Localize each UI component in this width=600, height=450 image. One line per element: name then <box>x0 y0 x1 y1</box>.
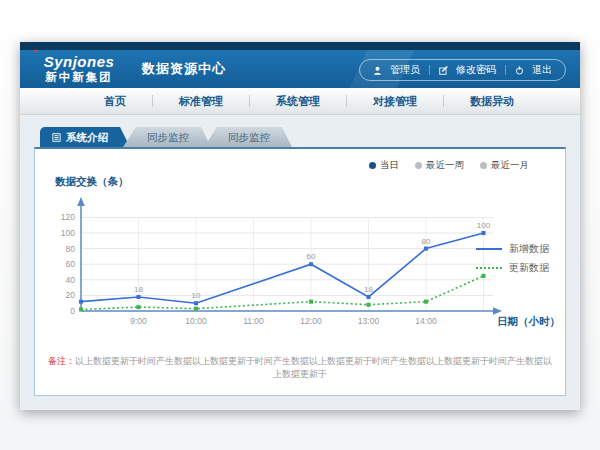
svg-text:0: 0 <box>70 306 75 316</box>
chart-panel: 当日 最近一周 最近一月 数据交换（条） 0204060801001209:00… <box>34 147 566 396</box>
filter-label-last-week: 最近一周 <box>426 159 464 172</box>
nav-item-system-management[interactable]: 系统管理 <box>250 94 346 109</box>
app-window: Synjones 新中新集团 数据资源中心 管理员 修改密码 <box>20 42 580 410</box>
page-background: Synjones 新中新集团 数据资源中心 管理员 修改密码 <box>0 0 600 450</box>
page-title: 数据资源中心 <box>142 60 226 78</box>
svg-text:18: 18 <box>364 285 373 294</box>
radio-icon <box>415 162 422 169</box>
company-logo: Synjones 新中新集团 <box>20 54 138 84</box>
tab-label: 同步监控 <box>147 127 189 147</box>
tab-bar: 系统介绍 同步监控 同步监控 <box>40 127 566 147</box>
power-icon <box>515 66 524 75</box>
nav-item-home[interactable]: 首页 <box>78 94 152 109</box>
filter-option-2[interactable]: 最近一月 <box>480 159 529 172</box>
nav-item-standard-management[interactable]: 标准管理 <box>153 94 249 109</box>
radio-icon <box>480 162 487 169</box>
filter-label-today: 当日 <box>380 159 399 172</box>
svg-text:80: 80 <box>422 237 431 246</box>
logout-button[interactable]: 退出 <box>506 63 561 77</box>
svg-text:12:00: 12:00 <box>300 316 322 326</box>
svg-text:10: 10 <box>192 291 201 300</box>
svg-text:60: 60 <box>307 252 316 261</box>
user-icon <box>373 66 382 75</box>
svg-text:60: 60 <box>66 259 76 269</box>
filter-label-last-month: 最近一月 <box>491 159 529 172</box>
change-password-button[interactable]: 修改密码 <box>430 63 505 77</box>
app-header: Synjones 新中新集团 数据资源中心 管理员 修改密码 <box>20 50 580 88</box>
solid-line-swatch <box>476 248 502 250</box>
legend-label: 更新数据 <box>509 261 549 275</box>
change-password-label: 修改密码 <box>456 63 496 77</box>
footnote: 备注：以上数据更新于时间产生数据以上数据更新于时间产生数据以上数据更新于时间产生… <box>47 355 553 380</box>
user-account-button[interactable]: 管理员 <box>364 63 429 77</box>
svg-text:100: 100 <box>477 221 491 230</box>
brand-red-dot <box>34 50 38 52</box>
svg-text:18: 18 <box>134 285 143 294</box>
chart-legend: 新增数据 更新数据 <box>476 237 549 280</box>
document-icon <box>52 133 61 142</box>
tab-sync-monitor-2[interactable]: 同步监控 <box>204 127 292 147</box>
brand-subtitle: 新中新集团 <box>20 72 138 84</box>
svg-text:14:00: 14:00 <box>415 316 437 326</box>
nav-item-data-change[interactable]: 数据异动 <box>444 94 540 109</box>
edit-icon <box>439 66 448 75</box>
tab-label: 同步监控 <box>228 127 270 147</box>
dotted-line-swatch <box>476 267 502 269</box>
svg-text:11:00: 11:00 <box>243 316 264 326</box>
filter-option-0[interactable]: 当日 <box>369 159 399 172</box>
svg-text:13:00: 13:00 <box>358 316 380 326</box>
user-menu: 管理员 修改密码 退出 <box>359 59 566 81</box>
svg-text:100: 100 <box>61 228 75 238</box>
svg-text:9:00: 9:00 <box>130 316 147 326</box>
chart-y-axis-title: 数据交换（条） <box>55 175 129 189</box>
footnote-prefix: 备注： <box>48 356 75 366</box>
legend-item-new-data: 新增数据 <box>476 242 549 256</box>
time-range-filter: 当日 最近一周 最近一月 <box>369 159 529 172</box>
filter-option-1[interactable]: 最近一周 <box>415 159 464 172</box>
tab-system-intro[interactable]: 系统介绍 <box>40 127 130 147</box>
svg-text:40: 40 <box>66 275 76 285</box>
svg-text:80: 80 <box>66 244 76 254</box>
svg-text:日期（小时）: 日期（小时） <box>497 315 560 328</box>
radio-icon <box>369 162 376 169</box>
logout-label: 退出 <box>532 63 552 77</box>
brand-name: Synjones <box>44 54 115 69</box>
svg-text:120: 120 <box>61 212 75 222</box>
tab-label: 系统介绍 <box>66 127 108 147</box>
legend-item-update-data: 更新数据 <box>476 261 549 275</box>
main-navigation: 首页 标准管理 系统管理 对接管理 数据异动 <box>20 88 580 115</box>
legend-label: 新增数据 <box>509 242 549 256</box>
tab-sync-monitor-1[interactable]: 同步监控 <box>123 127 211 147</box>
svg-text:20: 20 <box>66 290 76 300</box>
user-name-label: 管理员 <box>390 63 420 77</box>
header-dark-strip <box>20 42 580 50</box>
content-area: 系统介绍 同步监控 同步监控 当日 最近一周 <box>20 115 580 396</box>
svg-text:10:00: 10:00 <box>185 316 207 326</box>
nav-item-interface-management[interactable]: 对接管理 <box>347 94 443 109</box>
footnote-body: 以上数据更新于时间产生数据以上数据更新于时间产生数据以上数据更新于时间产生数据以… <box>75 356 552 379</box>
